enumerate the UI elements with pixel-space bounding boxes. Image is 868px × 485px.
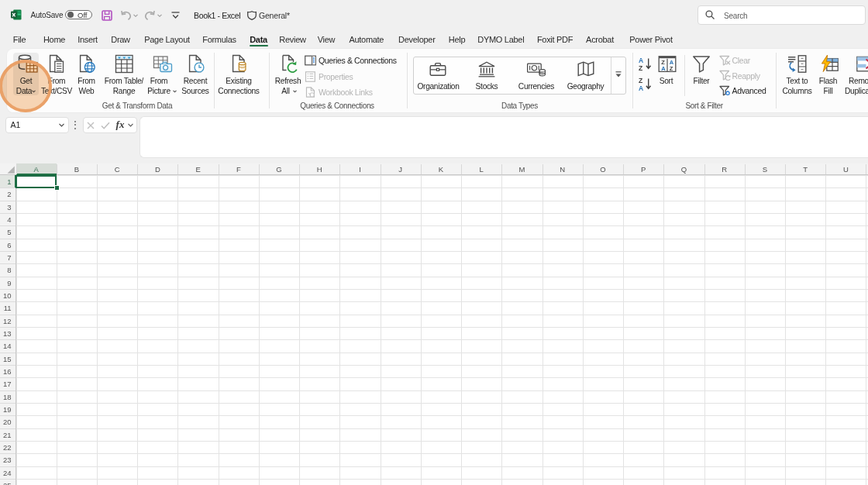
svg-text:Z: Z [669,65,673,72]
svg-text:A: A [661,65,666,72]
svg-text:Z: Z [639,64,642,71]
svg-text:A: A [639,84,643,91]
svg-text:Z: Z [639,77,642,84]
svg-text:A: A [639,57,643,64]
